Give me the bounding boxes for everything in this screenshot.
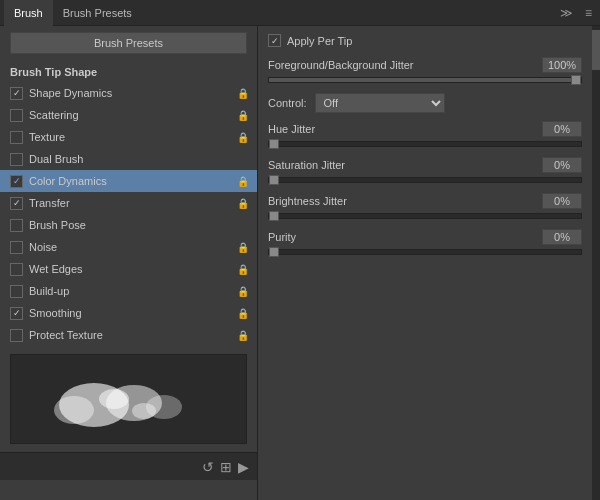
lock-texture: 🔒 <box>237 132 249 143</box>
label-smoothing: Smoothing <box>29 307 233 319</box>
option-color-dynamics[interactable]: Color Dynamics 🔒 <box>0 170 257 192</box>
lock-color-dynamics: 🔒 <box>237 176 249 187</box>
fg-bg-jitter-slider[interactable] <box>268 77 582 83</box>
checkbox-brush-pose[interactable] <box>10 219 23 232</box>
bottom-toolbar: ↺ ⊞ ▶ <box>0 452 257 480</box>
sat-jitter-slider[interactable] <box>268 177 582 183</box>
option-dual-brush[interactable]: Dual Brush <box>0 148 257 170</box>
checkbox-protect-texture[interactable] <box>10 329 23 342</box>
option-brush-pose[interactable]: Brush Pose <box>0 214 257 236</box>
option-shape-dynamics[interactable]: Shape Dynamics 🔒 <box>0 82 257 104</box>
label-transfer: Transfer <box>29 197 233 209</box>
brush-panel: Brush Brush Presets ≫ ≡ Brush Presets Br… <box>0 0 600 500</box>
fg-bg-slider-fill <box>269 78 581 82</box>
tab-brush[interactable]: Brush <box>4 0 53 26</box>
brightness-jitter-label: Brightness Jitter <box>268 195 542 207</box>
lock-wet-edges: 🔒 <box>237 264 249 275</box>
hue-jitter-row: Hue Jitter <box>268 121 582 137</box>
checkbox-noise[interactable] <box>10 241 23 254</box>
hue-jitter-slider[interactable] <box>268 141 582 147</box>
label-brush-pose: Brush Pose <box>29 219 249 231</box>
tab-brush-presets[interactable]: Brush Presets <box>53 0 142 26</box>
purity-value[interactable] <box>542 229 582 245</box>
grid-icon[interactable]: ⊞ <box>220 459 232 475</box>
lock-shape-dynamics: 🔒 <box>237 88 249 99</box>
label-dual-brush: Dual Brush <box>29 153 249 165</box>
lock-buildup: 🔒 <box>237 286 249 297</box>
fg-bg-slider-thumb[interactable] <box>571 75 581 85</box>
hue-jitter-value[interactable] <box>542 121 582 137</box>
sat-jitter-row: Saturation Jitter <box>268 157 582 173</box>
scrollbar-thumb[interactable] <box>592 30 600 70</box>
checkbox-scattering[interactable] <box>10 109 23 122</box>
checkbox-dual-brush[interactable] <box>10 153 23 166</box>
brush-tip-shape-label: Brush Tip Shape <box>0 62 257 82</box>
main-content: Brush Presets Brush Tip Shape Shape Dyna… <box>0 26 600 500</box>
expand-icon[interactable]: ≫ <box>556 4 577 22</box>
brightness-slider-thumb[interactable] <box>269 211 279 221</box>
lock-smoothing: 🔒 <box>237 308 249 319</box>
brush-preview-area <box>10 354 247 444</box>
checkbox-color-dynamics[interactable] <box>10 175 23 188</box>
label-buildup: Build-up <box>29 285 233 297</box>
right-panel: Apply Per Tip Foreground/Background Jitt… <box>258 26 592 500</box>
arrow-icon[interactable]: ▶ <box>238 459 249 475</box>
brightness-jitter-slider[interactable] <box>268 213 582 219</box>
purity-slider-thumb[interactable] <box>269 247 279 257</box>
apply-per-row: Apply Per Tip <box>268 34 582 47</box>
option-texture[interactable]: Texture 🔒 <box>0 126 257 148</box>
option-smoothing[interactable]: Smoothing 🔒 <box>0 302 257 324</box>
brush-presets-button[interactable]: Brush Presets <box>10 32 247 54</box>
lock-scattering: 🔒 <box>237 110 249 121</box>
fg-bg-jitter-value[interactable] <box>542 57 582 73</box>
brightness-jitter-value[interactable] <box>542 193 582 209</box>
left-panel: Brush Presets Brush Tip Shape Shape Dyna… <box>0 26 258 500</box>
sat-jitter-label: Saturation Jitter <box>268 159 542 171</box>
checkbox-wet-edges[interactable] <box>10 263 23 276</box>
option-scattering[interactable]: Scattering 🔒 <box>0 104 257 126</box>
svg-point-5 <box>99 389 129 409</box>
tab-action-icons: ≫ ≡ <box>556 4 596 22</box>
control-label: Control: <box>268 97 307 109</box>
lock-transfer: 🔒 <box>237 198 249 209</box>
lock-protect-texture: 🔒 <box>237 330 249 341</box>
fg-bg-jitter-label: Foreground/Background Jitter <box>268 59 542 71</box>
option-protect-texture[interactable]: Protect Texture 🔒 <box>0 324 257 346</box>
tab-bar: Brush Brush Presets ≫ ≡ <box>0 0 600 26</box>
label-wet-edges: Wet Edges <box>29 263 233 275</box>
label-noise: Noise <box>29 241 233 253</box>
control-select[interactable]: Off Fade Pen Pressure Pen Tilt <box>315 93 445 113</box>
checkbox-texture[interactable] <box>10 131 23 144</box>
control-row: Control: Off Fade Pen Pressure Pen Tilt <box>268 93 582 113</box>
purity-slider[interactable] <box>268 249 582 255</box>
fg-bg-jitter-row: Foreground/Background Jitter <box>268 57 582 73</box>
reset-icon[interactable]: ↺ <box>202 459 214 475</box>
label-color-dynamics: Color Dynamics <box>29 175 233 187</box>
checkbox-buildup[interactable] <box>10 285 23 298</box>
purity-row: Purity <box>268 229 582 245</box>
apply-per-label: Apply Per Tip <box>287 35 352 47</box>
menu-icon[interactable]: ≡ <box>581 4 596 22</box>
option-wet-edges[interactable]: Wet Edges 🔒 <box>0 258 257 280</box>
brush-preview-svg <box>14 355 244 443</box>
svg-point-3 <box>54 396 94 424</box>
option-transfer[interactable]: Transfer 🔒 <box>0 192 257 214</box>
brightness-jitter-row: Brightness Jitter <box>268 193 582 209</box>
svg-point-6 <box>132 403 156 419</box>
hue-jitter-label: Hue Jitter <box>268 123 542 135</box>
hue-slider-thumb[interactable] <box>269 139 279 149</box>
option-noise[interactable]: Noise 🔒 <box>0 236 257 258</box>
right-scrollbar[interactable] <box>592 26 600 500</box>
label-protect-texture: Protect Texture <box>29 329 233 341</box>
sat-jitter-value[interactable] <box>542 157 582 173</box>
apply-per-checkbox[interactable] <box>268 34 281 47</box>
checkbox-transfer[interactable] <box>10 197 23 210</box>
label-scattering: Scattering <box>29 109 233 121</box>
purity-label: Purity <box>268 231 542 243</box>
sat-slider-thumb[interactable] <box>269 175 279 185</box>
checkbox-smoothing[interactable] <box>10 307 23 320</box>
option-buildup[interactable]: Build-up 🔒 <box>0 280 257 302</box>
label-shape-dynamics: Shape Dynamics <box>29 87 233 99</box>
right-scroll-area: Apply Per Tip Foreground/Background Jitt… <box>258 26 600 500</box>
checkbox-shape-dynamics[interactable] <box>10 87 23 100</box>
